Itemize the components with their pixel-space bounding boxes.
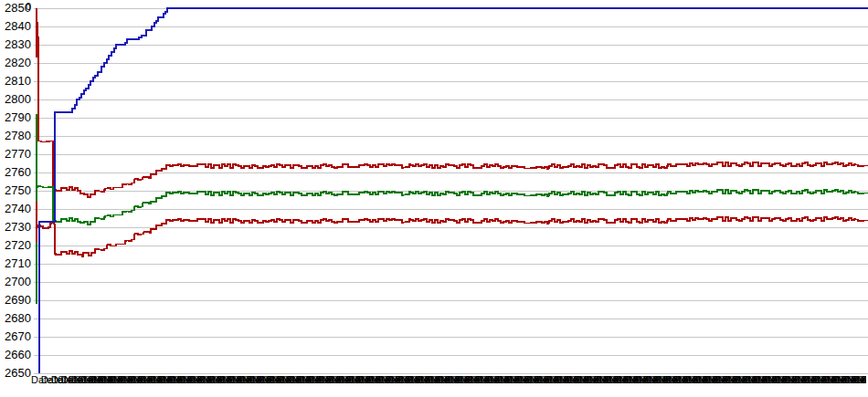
y-tick-label: 2680	[0, 312, 31, 325]
chart-canvas	[0, 0, 868, 397]
y-tick-label: 2700	[0, 276, 31, 288]
x-axis-origin-label: 0	[26, 1, 31, 12]
y-tick-label: 2690	[0, 294, 31, 307]
y-tick-label: 2810	[0, 75, 31, 88]
x-axis-label-band: Date10/4/69 9:3Date10/4/69 9:3Date10/4/6…	[0, 373, 866, 388]
y-tick-label: 2840	[0, 20, 31, 33]
y-tick-label: 2790	[0, 111, 31, 124]
y-tick-label: 2820	[0, 57, 31, 69]
y-tick-label: 2740	[0, 203, 31, 215]
series-upper-band	[37, 8, 868, 197]
y-tick-label: 2760	[0, 166, 31, 179]
chart: 2850284028302820281028002790278027702760…	[0, 0, 868, 397]
y-tick-label: 2780	[0, 130, 31, 142]
y-tick-label: 2720	[0, 239, 31, 252]
y-tick-label: 2800	[0, 93, 31, 106]
y-tick-label: 2660	[0, 349, 31, 361]
y-tick-label: 2670	[0, 330, 31, 343]
y-tick-label: 2710	[0, 257, 31, 270]
y-tick-label: 2830	[0, 38, 31, 51]
y-tick-label: 2730	[0, 221, 31, 234]
x-tick-label: Date10/4/69 9:3	[854, 374, 866, 386]
y-tick-label: 2770	[0, 148, 31, 161]
y-tick-label: 2750	[0, 184, 31, 197]
